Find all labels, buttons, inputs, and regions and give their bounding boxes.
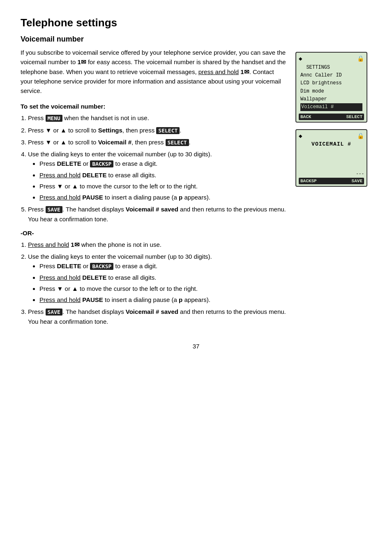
screen2-signal-icon: ◆ [299, 132, 302, 139]
set-voicemail-heading: To set the voicemail number: [21, 103, 287, 110]
or-bullet-2-2: Press and hold DELETE to erase all digit… [39, 273, 287, 282]
screen1-lock-icon: 🔒 [357, 55, 364, 62]
or-step-3: Press SAVE. The handset displays Voicema… [28, 307, 287, 326]
section-subtitle: Voicemail number [21, 35, 371, 44]
numbered-steps: Press MENU when the handset is not in us… [28, 113, 287, 224]
intro-paragraph: If you subscribe to voicemail service of… [21, 48, 287, 95]
screen2-soft-keys: BACKSP SAVE [299, 178, 364, 184]
step-3: Press ▼ or ▲ to scroll to Voicemail #, t… [28, 137, 287, 147]
screen2-ellipsis: --- [299, 171, 364, 176]
bullet-4-1: Press DELETE or BACKSP to erase a digit. [39, 159, 287, 168]
step-5: Press SAVE. The handset displays Voicema… [28, 204, 287, 224]
text-column: If you subscribe to voicemail service of… [21, 48, 287, 330]
or-step-2-bullets: Press DELETE or BACKSP to erase a digit.… [39, 261, 287, 304]
step-4-bullets: Press DELETE or BACKSP to erase a digit.… [39, 159, 287, 202]
screen2-soft-right: SAVE [352, 179, 362, 183]
or-bullet-2-1: Press DELETE or BACKSP to erase a digit. [39, 261, 287, 271]
device-column: ◆ 🔒 SETTINGS Annc Caller ID LCD brightne… [295, 48, 371, 330]
bullet-4-3: Press ▼ or ▲ to move the cursor to the l… [39, 181, 287, 191]
screen2-top-bar: ◆ 🔒 [299, 132, 364, 139]
menu-item-settings: SETTINGS [300, 64, 362, 72]
step-2: Press ▼ or ▲ to scroll to Settings, then… [28, 125, 287, 135]
or-step-1: Press and hold 1✉ when the phone is not … [28, 240, 287, 249]
screen1-soft-left: BACK [300, 114, 311, 119]
screen1-soft-keys: BACK SELECT [299, 114, 364, 120]
menu-item-annc: Annc Caller ID [300, 72, 362, 79]
screen2-title: VOICEMAIL # [299, 141, 364, 147]
or-bullet-2-3: Press ▼ or ▲ to move the cursor to the l… [39, 284, 287, 293]
menu-item-wallpaper: Wallpaper [300, 95, 362, 103]
screen2-input-area [299, 150, 364, 170]
screen1-signal-icon: ◆ [299, 55, 302, 62]
or-label: -OR- [21, 230, 287, 237]
or-bullet-2-4: Press and hold PAUSE to insert a dialing… [39, 295, 287, 304]
screen1-menu: SETTINGS Annc Caller ID LCD brightness D… [299, 63, 364, 112]
screen2-soft-left: BACKSP [300, 179, 317, 183]
screen1-soft-right: SELECT [346, 114, 362, 119]
screen2-lock-icon: 🔒 [357, 132, 364, 139]
device-screen-2: ◆ 🔒 VOICEMAIL # --- BACKSP SAVE [295, 129, 367, 187]
step-4: Use the dialing keys to enter the voicem… [28, 149, 287, 202]
or-numbered-steps: Press and hold 1✉ when the phone is not … [28, 240, 287, 326]
bullet-4-2: Press and hold DELETE to erase all digit… [39, 170, 287, 180]
page-number: 37 [21, 343, 371, 350]
screen1-top-bar: ◆ 🔒 [299, 55, 364, 62]
menu-item-lcd: LCD brightness [300, 79, 362, 87]
menu-item-dim: Dim mode [300, 88, 362, 95]
bullet-4-4: Press and hold PAUSE to insert a dialing… [39, 193, 287, 202]
or-step-2: Use the dialing keys to enter the voicem… [28, 252, 287, 304]
page-title: Telephone settings [21, 16, 371, 29]
menu-item-voicemail: Voicemail # [300, 103, 362, 111]
step-1: Press MENU when the handset is not in us… [28, 113, 287, 123]
device-screen-1: ◆ 🔒 SETTINGS Annc Caller ID LCD brightne… [295, 52, 367, 123]
